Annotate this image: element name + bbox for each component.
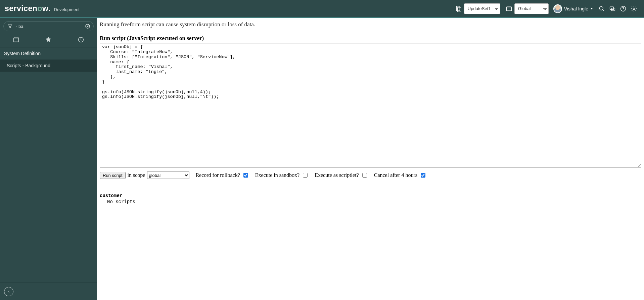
filter-navigator-input[interactable] [15,24,82,29]
all-apps-tab[interactable] [0,36,32,43]
help-button[interactable] [618,3,629,14]
favorites-tab[interactable] [33,36,64,43]
sidebar-footer [0,283,97,300]
logo-o: o [37,4,42,13]
script-textarea[interactable] [100,43,641,167]
application-scope-icon[interactable] [504,3,514,14]
svg-rect-0 [456,6,460,10]
svg-line-5 [603,9,604,11]
logo-prefix: service [5,4,33,13]
scriptlet-checkbox[interactable] [362,173,367,178]
app-header: servicenow. Development UpdateSet1 Globa… [0,0,644,18]
scope-select[interactable]: global [147,172,189,179]
application-scope-select[interactable]: Global [514,3,549,14]
scriptlet-checkbox-label[interactable]: Execute as scriptlet? [315,172,368,179]
settings-button[interactable] [629,3,639,14]
connect-chat-button[interactable] [607,3,618,14]
svg-rect-14 [14,38,19,42]
clear-filter-button[interactable] [85,23,91,29]
nav-item-scripts-background[interactable]: Scripts - Background [0,60,97,72]
output-body: No scripts [100,199,641,204]
avatar [553,4,562,13]
warning-text: Running freeform script can cause system… [100,21,641,31]
rollback-checkbox-label[interactable]: Record for rollback? [195,172,249,179]
logo: servicenow. [5,4,50,13]
cancel-checkbox[interactable] [421,173,425,178]
logo-suffix: w. [42,4,50,13]
navigator-tabs [0,33,97,47]
collapse-navigator-button[interactable] [4,287,13,296]
logo-block: servicenow. Development [5,4,80,13]
run-script-button[interactable]: Run script [100,172,126,179]
sandbox-checkbox[interactable] [303,173,308,178]
history-tab[interactable] [65,36,97,43]
filter-navigator [3,21,94,31]
sandbox-checkbox-label[interactable]: Execute in sandbox? [255,172,309,179]
svg-rect-1 [458,7,461,11]
rollback-checkbox[interactable] [243,173,248,178]
global-search-button[interactable] [596,3,607,14]
sandbox-text: Execute in sandbox? [255,172,300,178]
user-menu[interactable]: Vishal Ingle [553,4,593,13]
in-scope-label: in scope [128,172,145,178]
logo-n: n [33,4,38,13]
section-title: Run script (JavaScript executed on serve… [100,35,641,42]
cancel-text: Cancel after 4 hours [374,172,417,178]
user-name: Vishal Ingle [564,6,588,11]
svg-point-9 [623,10,624,10]
caret-down-icon [590,8,593,9]
filter-icon [7,23,13,29]
svg-point-10 [633,8,635,9]
update-set-select[interactable]: UpdateSet1 [464,3,500,14]
run-controls: Run script in scope global Record for ro… [100,172,641,179]
rollback-text: Record for rollback? [195,172,240,178]
main-content: Running freeform script can cause system… [97,18,644,300]
svg-rect-2 [506,7,511,11]
environment-label: Development [54,7,80,12]
divider [100,32,641,32]
cancel-checkbox-label[interactable]: Cancel after 4 hours [374,172,426,179]
navigator-sidebar: System Definition Scripts - Background [0,18,97,300]
scriptlet-text: Execute as scriptlet? [315,172,359,178]
output-heading: customer [100,193,641,198]
update-set-picker-icon[interactable] [453,3,464,14]
output-block: customer No scripts [100,193,641,204]
nav-section-system-definition[interactable]: System Definition [0,47,97,60]
